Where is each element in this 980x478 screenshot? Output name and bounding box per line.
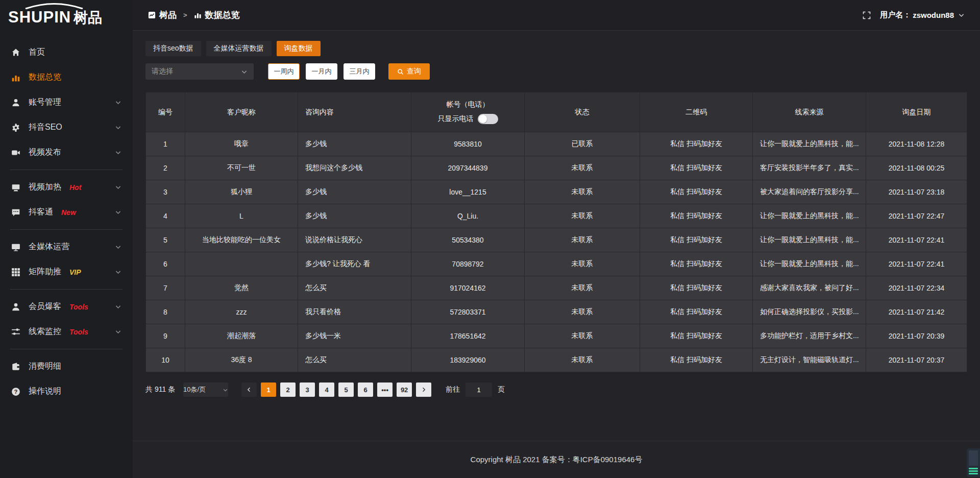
chat-widget[interactable] bbox=[967, 448, 980, 477]
sidebar-item-operation-guide[interactable]: ?操作说明 bbox=[0, 379, 133, 404]
table-row: 4L多少钱Q_Liu.未联系私信 扫码加好友让你一眼就爱上的黑科技，能...20… bbox=[146, 204, 967, 228]
cell-source-link[interactable]: 无主灯设计，智能磁吸轨道灯... bbox=[753, 348, 866, 372]
column-header-6: 线索来源 bbox=[753, 92, 866, 132]
question-icon: ? bbox=[11, 387, 20, 396]
date-range-group: 一周内一月内三月内 bbox=[268, 63, 375, 80]
table-row: 8zzz我只看价格572803371未联系私信 扫码加好友如何正确选择投影仪，买… bbox=[146, 300, 967, 324]
cell-account: Q_Liu. bbox=[411, 204, 525, 228]
cell-source-link[interactable]: 被大家追着问的客厅投影分享... bbox=[753, 180, 866, 204]
chat-widget-screen bbox=[969, 450, 978, 466]
cell-id: 10 bbox=[146, 348, 185, 372]
page-button-5[interactable]: 5 bbox=[338, 383, 354, 397]
cell-date: 2021-11-07 20:39 bbox=[866, 324, 967, 348]
fullscreen-icon[interactable] bbox=[863, 11, 871, 19]
sidebar-item-omni-media[interactable]: 全媒体运营 bbox=[0, 234, 133, 259]
chat-widget-bar bbox=[969, 468, 978, 469]
cell-status: 未联系 bbox=[525, 180, 640, 204]
goto-page-input[interactable]: 1 bbox=[465, 383, 492, 397]
cell-source-link[interactable]: 让你一眼就爱上的黑科技，能... bbox=[753, 132, 866, 156]
prev-page-button[interactable] bbox=[241, 383, 257, 397]
sidebar-item-data-overview[interactable]: 数据总览 bbox=[0, 65, 133, 90]
page-button-3[interactable]: 3 bbox=[300, 383, 315, 397]
sidebar-item-video-heat[interactable]: 视频加热Hot bbox=[0, 175, 133, 200]
page-button-6[interactable]: 6 bbox=[358, 383, 373, 397]
pagination: 共 911 条 10条/页 123456•••92 前往 1 页 bbox=[145, 383, 967, 397]
page-button-4[interactable]: 4 bbox=[319, 383, 334, 397]
sidebar-item-douyin-seo[interactable]: 抖音SEO bbox=[0, 115, 133, 140]
svg-text:?: ? bbox=[14, 389, 18, 395]
sidebar-item-member-baoke[interactable]: 会员爆客Tools bbox=[0, 294, 133, 319]
range-button-2[interactable]: 三月内 bbox=[344, 63, 375, 80]
logo-text-cn: 树品 bbox=[74, 10, 102, 26]
range-button-0[interactable]: 一周内 bbox=[268, 63, 300, 80]
sidebar-item-video-publish[interactable]: 视频发布 bbox=[0, 140, 133, 165]
cell-status: 未联系 bbox=[525, 204, 640, 228]
cell-nickname: 36度 8 bbox=[185, 348, 298, 372]
cell-nickname: 哦章 bbox=[185, 132, 298, 156]
sidebar-item-badge: VIP bbox=[69, 268, 81, 276]
query-button[interactable]: 查询 bbox=[388, 63, 430, 80]
total-count: 共 911 条 bbox=[145, 385, 175, 394]
cell-qrcode-link[interactable]: 私信 扫码加好友 bbox=[640, 156, 753, 180]
toggle-knob bbox=[479, 115, 487, 123]
table-header: 编号客户昵称咨询内容帐号（电话）只显示电话状态二维码线索来源询盘日期 bbox=[146, 92, 967, 132]
filter-bar: 请选择 一周内一月内三月内 查询 bbox=[145, 63, 967, 80]
cell-date: 2021-11-07 23:18 bbox=[866, 180, 967, 204]
breadcrumb-item-home[interactable]: 树品 bbox=[159, 9, 177, 21]
cell-id: 2 bbox=[146, 156, 185, 180]
cell-source-link[interactable]: 多功能护栏灯，适用于乡村文... bbox=[753, 324, 866, 348]
tab-inquiry-data[interactable]: 询盘数据 bbox=[277, 41, 321, 56]
cell-id: 6 bbox=[146, 252, 185, 276]
cell-id: 3 bbox=[146, 180, 185, 204]
cell-source-link[interactable]: 让你一眼就爱上的黑科技，能... bbox=[753, 228, 866, 252]
page-size-select[interactable]: 10条/页 bbox=[183, 383, 228, 397]
tab-douyin-seo-data[interactable]: 抖音seo数据 bbox=[145, 41, 201, 56]
range-button-1[interactable]: 一月内 bbox=[306, 63, 337, 80]
cell-source-link[interactable]: 让你一眼就爱上的黑科技，能... bbox=[753, 252, 866, 276]
page-ellipsis-button[interactable]: ••• bbox=[377, 383, 393, 397]
column-header-7: 询盘日期 bbox=[866, 92, 967, 132]
page-button-92[interactable]: 92 bbox=[397, 383, 412, 397]
cell-account: 572803371 bbox=[411, 300, 525, 324]
cell-qrcode-link[interactable]: 私信 扫码加好友 bbox=[640, 300, 753, 324]
sidebar-item-home[interactable]: 首页 bbox=[0, 40, 133, 65]
cell-qrcode-link[interactable]: 私信 扫码加好友 bbox=[640, 276, 753, 300]
cell-source-link[interactable]: 让你一眼就爱上的黑科技，能... bbox=[753, 204, 866, 228]
cell-source-link[interactable]: 如何正确选择投影仪，买投影... bbox=[753, 300, 866, 324]
cell-status: 未联系 bbox=[525, 348, 640, 372]
cell-account: 178651642 bbox=[411, 324, 525, 348]
cell-content: 多少钱 bbox=[298, 180, 411, 204]
cell-qrcode-link[interactable]: 私信 扫码加好友 bbox=[640, 324, 753, 348]
sidebar-nav: 首页数据总览账号管理抖音SEO视频发布视频加热Hot抖客通New全媒体运营矩阵助… bbox=[0, 32, 133, 404]
account-select[interactable]: 请选择 bbox=[145, 63, 254, 80]
chevron-down-icon bbox=[115, 209, 121, 216]
sidebar-divider bbox=[10, 349, 122, 349]
cell-source-link[interactable]: 客厅安装投影半年多了，真实... bbox=[753, 156, 866, 180]
sidebar-item-clue-monitor[interactable]: 线索监控Tools bbox=[0, 319, 133, 344]
cell-qrcode-link[interactable]: 私信 扫码加好友 bbox=[640, 252, 753, 276]
tab-omni-media-data[interactable]: 全媒体运营数据 bbox=[206, 41, 272, 56]
user-menu[interactable]: 用户名：zswodun88 bbox=[880, 10, 965, 20]
column-header-5: 二维码 bbox=[640, 92, 753, 132]
page-button-1[interactable]: 1 bbox=[261, 383, 276, 397]
page-button-2[interactable]: 2 bbox=[280, 383, 296, 397]
cell-source-link[interactable]: 感谢大家喜欢我家，被问了好... bbox=[753, 276, 866, 300]
cell-qrcode-link[interactable]: 私信 扫码加好友 bbox=[640, 348, 753, 372]
next-page-button[interactable] bbox=[416, 383, 431, 397]
chevron-down-icon bbox=[958, 12, 965, 18]
chat-widget-bar bbox=[969, 470, 978, 472]
sidebar-item-douketong[interactable]: 抖客通New bbox=[0, 200, 133, 225]
cell-id: 9 bbox=[146, 324, 185, 348]
cell-qrcode-link[interactable]: 私信 扫码加好友 bbox=[640, 204, 753, 228]
cell-qrcode-link[interactable]: 私信 扫码加好友 bbox=[640, 228, 753, 252]
sidebar-item-account-management[interactable]: 账号管理 bbox=[0, 90, 133, 115]
phone-only-toggle[interactable] bbox=[478, 114, 498, 124]
monitor-icon bbox=[11, 243, 20, 252]
cell-qrcode-link[interactable]: 私信 扫码加好友 bbox=[640, 132, 753, 156]
cell-qrcode-link[interactable]: 私信 扫码加好友 bbox=[640, 180, 753, 204]
sidebar-item-consumption-detail[interactable]: 消费明细 bbox=[0, 354, 133, 379]
cell-date: 2021-11-07 22:34 bbox=[866, 276, 967, 300]
sidebar: SHUPIN树品 首页数据总览账号管理抖音SEO视频发布视频加热Hot抖客通Ne… bbox=[0, 0, 133, 478]
chevron-down-icon bbox=[223, 387, 228, 393]
sidebar-item-matrix-boost[interactable]: 矩阵助推VIP bbox=[0, 259, 133, 284]
